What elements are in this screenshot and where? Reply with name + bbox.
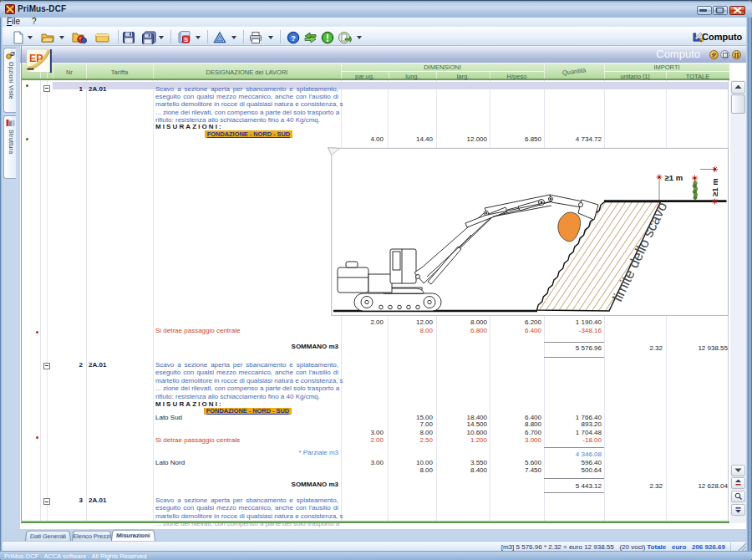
svg-text:≥1 m: ≥1 m xyxy=(710,178,719,196)
svg-text:S: S xyxy=(184,37,188,43)
svg-text:≥1 m: ≥1 m xyxy=(665,173,683,182)
svg-text:?: ? xyxy=(291,33,296,43)
svg-text:EP: EP xyxy=(29,53,43,64)
